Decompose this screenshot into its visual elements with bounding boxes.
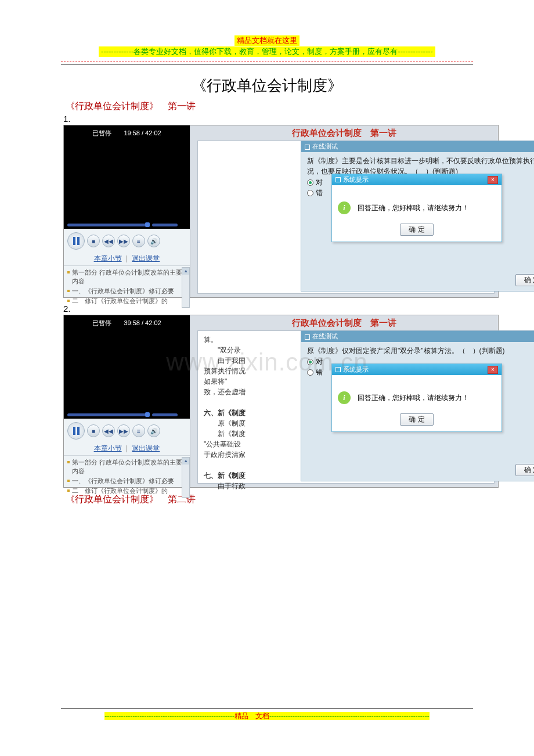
content-pane: 行政单位会计制度 第一讲 算。 "双分录 由于我国 预算执行情况 如果将" 致，… [190, 315, 498, 487]
chapter-summary-link[interactable]: 本章小节 [94, 254, 122, 262]
pause-button[interactable] [67, 232, 85, 250]
video-status: 已暂停 [92, 319, 111, 327]
rewind-button[interactable]: ◀◀ [102, 424, 115, 437]
footer-label: 精品 文档 [234, 712, 269, 720]
square-icon [335, 367, 341, 372]
test-panel-header: 在线测试 [301, 331, 534, 342]
pause-button[interactable] [67, 422, 85, 440]
chapter-list: 第一部分 行政单位会计制度改革的主要内容 一、《行政单位会计制度》修订必要 二 … [64, 456, 190, 501]
info-icon: i [338, 391, 351, 404]
stop-button[interactable]: ■ [87, 235, 100, 247]
ok-button[interactable]: 确 定 [400, 413, 433, 426]
nav-links: 本章小节 | 退出课堂 [64, 252, 190, 266]
chapter-item[interactable]: 第一部分 行政单位会计制度改革的主要内容 [67, 268, 186, 286]
forward-button[interactable]: ▶▶ [117, 424, 130, 437]
volume-button[interactable]: 🔊 [147, 235, 160, 247]
close-icon[interactable]: × [488, 176, 498, 184]
chapter-summary-link[interactable]: 本章小节 [94, 444, 122, 452]
progress-slider[interactable] [67, 221, 183, 226]
video-time: 39:58 / 42:02 [124, 319, 161, 326]
lecture-title: 行政单位会计制度 第一讲 [190, 315, 498, 331]
video-status: 已暂停 [92, 129, 111, 138]
exit-class-link[interactable]: 退出课堂 [132, 254, 160, 262]
header-divider-solid [61, 64, 473, 65]
player-panel: 已暂停 19:58 / 42:02 ■ ◀◀ ▶▶ ≡ 🔊 本章小节 | 退出课… [64, 125, 190, 297]
square-icon [305, 334, 310, 340]
list-button[interactable]: ≡ [132, 424, 145, 437]
player-panel: 已暂停 39:58 / 42:02 ■ ◀◀ ▶▶ ≡ 🔊 本章小节 | 退出课… [64, 315, 190, 487]
radio-icon[interactable] [307, 359, 313, 365]
content-pane: 行政单位会计制度 第一讲 在线测试 新《制度》主要是会计核算目标进一步明晰，不仅… [190, 125, 498, 297]
radio-icon[interactable] [307, 369, 313, 376]
tip-dialog: 系统提示 × i 回答正确，您好棒哦，请继续努力！ 确 定 [331, 174, 502, 242]
chapter-item[interactable]: 一、《行政单位会计制度》修订必要 [67, 477, 186, 485]
chapter-item[interactable]: 二 修订《行政单位会计制度》的 [67, 297, 186, 305]
header-divider-dashed [61, 62, 473, 62]
list-button[interactable]: ≡ [132, 235, 145, 247]
screenshot-1: 已暂停 19:58 / 42:02 ■ ◀◀ ▶▶ ≡ 🔊 本章小节 | 退出课… [63, 125, 499, 298]
chapter-item[interactable]: 一、《行政单位会计制度》修订必要 [67, 287, 186, 296]
volume-button[interactable]: 🔊 [147, 424, 160, 437]
section-heading-1: 《行政单位会计制度》 第一讲 [66, 100, 473, 113]
chapter-item[interactable]: 二 修订《行政单位会计制度》的 [67, 487, 186, 495]
document-title: 《行政单位会计制度》 [61, 75, 473, 96]
nav-links: 本章小节 | 退出课堂 [64, 442, 190, 456]
footer-dashes-left: ----------------------------------------… [104, 712, 234, 720]
submit-button[interactable]: 确 定 [515, 464, 534, 476]
footer-dashes-right: ----------------------------------------… [269, 712, 430, 720]
close-icon[interactable]: × [488, 366, 498, 374]
scrollbar[interactable]: ▴ [182, 457, 190, 498]
video-area: 已暂停 39:58 / 42:02 [64, 315, 190, 419]
tip-message: 回答正确，您好棒哦，请继续努力！ [358, 393, 469, 403]
tip-title: 系统提示 [343, 365, 369, 374]
online-test-panel: 在线测试 新《制度》主要是会计核算目标进一步明晰，不仅要反映行政单位预算执行情况… [301, 141, 534, 291]
video-area: 已暂停 19:58 / 42:02 [64, 125, 190, 229]
forward-button[interactable]: ▶▶ [117, 235, 130, 247]
nav-separator: | [126, 444, 128, 452]
ok-button[interactable]: 确 定 [400, 224, 433, 236]
header-line2: -------------各类专业好文档，值得你下载，教育，管理，论文，制度，方… [99, 46, 435, 57]
scroll-up-icon[interactable]: ▴ [182, 458, 189, 465]
test-panel-header: 在线测试 [301, 141, 534, 152]
chapter-list: 第一部分 行政单位会计制度改革的主要内容 一、《行政单位会计制度》修订必要 二 … [64, 266, 190, 311]
item-number-1: 1. [63, 114, 473, 124]
doc-header: 精品文档就在这里 -------------各类专业好文档，值得你下载，教育，管… [61, 35, 473, 57]
lecture-title: 行政单位会计制度 第一讲 [190, 125, 498, 141]
player-controls: ■ ◀◀ ▶▶ ≡ 🔊 [64, 419, 190, 442]
radio-icon[interactable] [307, 179, 313, 186]
online-test-panel: 在线测试 原《制度》仅对固定资产采用"双分录"核算方法。（ ）(判断题) 对 错… [301, 330, 534, 481]
header-line1: 精品文档就在这里 [234, 35, 300, 46]
square-icon [305, 145, 310, 150]
nav-separator: | [126, 254, 128, 262]
submit-button[interactable]: 确 定 [515, 274, 534, 286]
radio-icon[interactable] [307, 190, 313, 196]
progress-slider[interactable] [67, 411, 183, 416]
video-time: 19:58 / 42:02 [124, 129, 161, 136]
question-text: 原《制度》仅对固定资产采用"双分录"核算方法。（ ）(判断题) [301, 342, 534, 357]
footer-divider [61, 708, 473, 709]
exit-class-link[interactable]: 退出课堂 [132, 444, 160, 452]
screenshot-2: 已暂停 39:58 / 42:02 ■ ◀◀ ▶▶ ≡ 🔊 本章小节 | 退出课… [63, 315, 499, 488]
scroll-up-icon[interactable]: ▴ [182, 268, 189, 275]
scrollbar[interactable]: ▴ [182, 267, 190, 308]
tip-message: 回答正确，您好棒哦，请继续努力！ [358, 203, 469, 213]
player-controls: ■ ◀◀ ▶▶ ≡ 🔊 [64, 229, 190, 252]
stop-button[interactable]: ■ [87, 424, 100, 437]
square-icon [335, 177, 341, 182]
tip-title: 系统提示 [343, 175, 369, 184]
tip-titlebar[interactable]: 系统提示 × [332, 364, 501, 375]
tip-dialog: 系统提示 × i 回答正确，您好棒哦，请继续努力！ 确 定 [331, 363, 502, 432]
info-icon: i [338, 201, 351, 214]
tip-titlebar[interactable]: 系统提示 × [332, 174, 501, 185]
rewind-button[interactable]: ◀◀ [102, 235, 115, 247]
doc-footer: ----------------------------------------… [61, 708, 473, 721]
chapter-item[interactable]: 第一部分 行政单位会计制度改革的主要内容 [67, 458, 186, 476]
